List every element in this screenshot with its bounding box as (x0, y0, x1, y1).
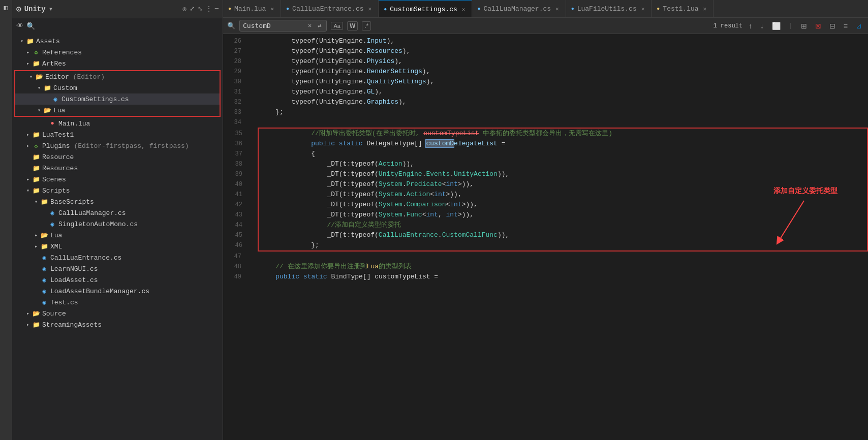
folder-icon-lua-editor: 📂 (43, 106, 52, 114)
no-arrow-loadasset (33, 276, 40, 284)
no-arrow-callluaentrance (33, 254, 40, 261)
tab-close-luafileutils[interactable]: ✕ (640, 5, 646, 13)
match-case-btn[interactable]: Aa (331, 22, 343, 30)
code-line-35: 35 //附加导出委托类型(在导出委托时, customTypeList 中参拓… (259, 129, 867, 139)
whole-word-btn[interactable]: W (347, 21, 358, 30)
tree-item-streamingassets[interactable]: 📁 StreamingAssets (12, 319, 223, 330)
tab-test1lua[interactable]: ● Test1.lua ✕ (652, 0, 714, 18)
tree-item-loadasset[interactable]: ◉ LoadAsset.cs (12, 274, 223, 286)
script-icon-loadasset: ◉ (40, 276, 49, 284)
tree-item-artres[interactable]: 📁 ArtRes (12, 58, 223, 69)
code-line-47: 47 (223, 252, 868, 262)
search-btn2[interactable]: ⊠ (813, 21, 823, 30)
tree-item-scenes[interactable]: 📁 Scenes (12, 174, 223, 185)
search-btn4[interactable]: ≡ (842, 21, 850, 30)
tree-item-resources[interactable]: 📁 Resources (12, 163, 223, 174)
tree-item-lua-scripts[interactable]: 📂 Lua (12, 230, 223, 241)
tab-close-mainlua[interactable]: ✕ (269, 5, 275, 13)
search-clear-btn[interactable]: ✕ (306, 21, 314, 30)
tab-label-mainlua: Main.lua (234, 5, 266, 13)
search-bar: 🔍 ✕ ⇄ Aa W .* 1 result ↑ ↓ ⬜ | ⊞ ⊠ ⊟ ≡ ⊿ (223, 18, 868, 34)
tree-item-mainlua[interactable]: ● Main.lua (12, 118, 223, 129)
explorer-icon[interactable]: ◧ (1, 2, 12, 13)
code-line-37: 37 { (259, 149, 867, 159)
tree-item-plugins[interactable]: ♻ Plugins (Editor-firstpass, firstpass) (12, 140, 223, 151)
tree-item-scripts[interactable]: 📁 Scripts (12, 185, 223, 196)
tree-item-callluaentrance[interactable]: ◉ CallLuaEntrance.cs (12, 252, 223, 263)
unity-logo-icon: ⊙ (16, 4, 21, 14)
folder-icon-lua-scripts: 📂 (40, 231, 49, 239)
script-icon-learnngui: ◉ (40, 265, 49, 273)
folder-icon-references: ♻ (32, 48, 41, 56)
tab-callluamanager[interactable]: ● CallLuaManager.cs ✕ (472, 0, 566, 18)
tab-callluaentrance[interactable]: ● CallLuaEntrance.cs ✕ (281, 0, 379, 18)
tree-item-test[interactable]: ◉ Test.cs (12, 297, 223, 308)
code-line-39: 39 _DT(t:typeof(UnityEngine.Events.Unity… (259, 169, 867, 179)
tree-item-custom[interactable]: 📁 Custom (15, 82, 220, 93)
tab-close-customsettings[interactable]: ✕ (460, 6, 467, 13)
tree-item-lua-editor[interactable]: 📂 Lua (15, 105, 220, 116)
code-line-31: 31 typeof(UnityEngine.GL), (223, 87, 868, 97)
code-line-30: 30 typeof(UnityEngine.QualitySettings), (223, 77, 868, 87)
no-arrow-mainlua (41, 120, 48, 127)
tree-item-loadassetbundle[interactable]: ◉ LoadAssetBundleManager.cs (12, 286, 223, 297)
search-toggle-btn[interactable]: ⬜ (770, 21, 783, 30)
no-arrow-learnngui (33, 265, 40, 272)
collapse-icon[interactable]: ⤡ (198, 5, 203, 13)
tab-label-callluaentrance: CallLuaEntrance.cs (292, 5, 363, 13)
code-line-28: 28 typeof(UnityEngine.Physics), (223, 56, 868, 67)
code-line-26: 26 typeof(UnityEngine.Input), (223, 36, 868, 46)
red-border-group: 📂 Editor (Editor) 📁 Custom ◉ CustomSetti… (14, 70, 221, 117)
folder-icon-artres: 📁 (32, 59, 41, 68)
search-icon[interactable]: 🔍 (26, 22, 35, 30)
search-btn3[interactable]: ⊟ (827, 21, 838, 30)
svg-line-0 (779, 201, 804, 241)
arrow-lua-editor (36, 107, 43, 114)
no-arrow-resources (24, 165, 32, 172)
search-input[interactable] (243, 22, 304, 29)
search-btn5[interactable]: ⊿ (854, 21, 864, 30)
tree-item-singleonautomono[interactable]: ◉ SingletonAutoMono.cs (12, 218, 223, 230)
search-swap-btn[interactable]: ⇄ (316, 21, 323, 30)
tree-item-luatest1[interactable]: 📁 LuaTest1 (12, 129, 223, 140)
script-icon-callluaentrance: ◉ (40, 254, 49, 262)
tree-item-editor[interactable]: 📂 Editor (Editor) (15, 71, 220, 82)
lua-icon-mainlua: ● (48, 119, 57, 128)
tree-item-customsettings[interactable]: ◉ CustomSettings.cs (15, 93, 220, 105)
tab-close-callluamanager[interactable]: ✕ (554, 5, 561, 13)
minimize-icon[interactable]: ─ (215, 5, 219, 13)
search-next-btn[interactable]: ↓ (758, 21, 766, 30)
expand-icon[interactable]: ⤢ (190, 5, 195, 13)
tab-close-callluaentrance[interactable]: ✕ (367, 5, 374, 13)
code-line-34: 34 (223, 117, 868, 128)
tab-luafileutils[interactable]: ● LuaFileUtils.cs ✕ (566, 0, 652, 18)
tree-item-basescripts[interactable]: 📁 BaseScripts (12, 196, 223, 207)
tabs-bar: ● Main.lua ✕ ● CallLuaEntrance.cs ✕ ● Cu… (223, 0, 868, 18)
search-prev-btn[interactable]: ↑ (747, 21, 754, 30)
folder-icon-source: 📂 (32, 309, 41, 318)
tab-customsettings[interactable]: ● CustomSettings.cs ✕ (379, 0, 472, 18)
arrow-scripts (24, 187, 32, 194)
folder-icon-basescripts: 📁 (40, 198, 49, 206)
app-dropdown-arrow[interactable]: ▾ (49, 5, 53, 13)
aim-icon[interactable]: ◎ (183, 5, 187, 13)
arrow-editor (27, 73, 35, 80)
tree-item-learnngui[interactable]: ◉ LearnNGUI.cs (12, 263, 223, 274)
search-btn1[interactable]: ⊞ (799, 21, 809, 30)
tree-item-source[interactable]: 📂 Source (12, 308, 223, 319)
tree-item-resource[interactable]: 📁 Resource (12, 151, 223, 163)
tree-item-assets[interactable]: 📁 Assets (12, 36, 223, 47)
tab-mainlua[interactable]: ● Main.lua ✕ (223, 0, 281, 18)
tree-item-xml[interactable]: 📁 XML (12, 241, 223, 252)
eye-icon[interactable]: 👁 (16, 22, 23, 30)
arrow-lua-scripts (33, 232, 40, 239)
tree-item-references[interactable]: ♻ References (12, 47, 223, 58)
code-line-49: 49 public static BindType[] customTypeLi… (223, 272, 868, 282)
script-icon-singleonautomono: ◉ (48, 220, 57, 228)
folder-icon-scenes: 📁 (32, 175, 41, 183)
regex-btn[interactable]: .* (362, 21, 371, 30)
arrow-source (24, 310, 32, 317)
more-icon[interactable]: ⋮ (206, 5, 212, 13)
tree-item-callluamanager[interactable]: ◉ CallLuaManager.cs (12, 207, 223, 218)
tab-close-test1lua[interactable]: ✕ (702, 5, 708, 13)
